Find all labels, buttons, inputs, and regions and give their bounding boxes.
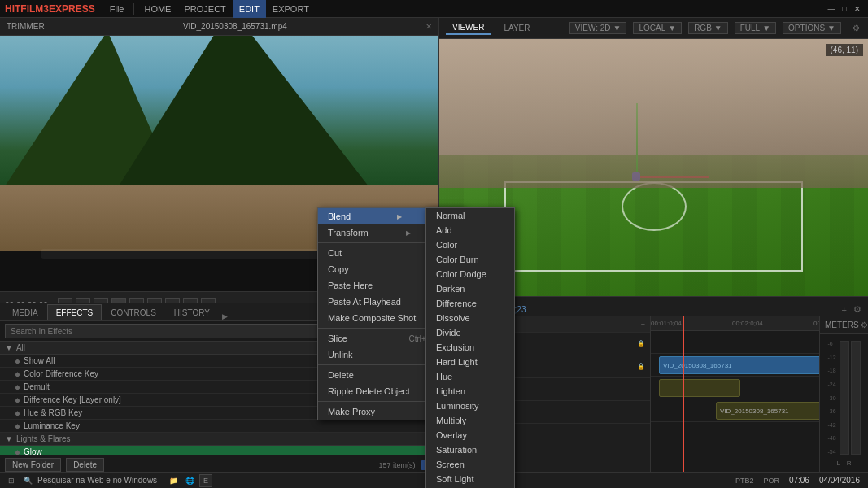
ctx-transform-label: Transform — [328, 228, 369, 237]
effect-glow[interactable]: ◆ Glow — [0, 446, 438, 455]
maximize-button[interactable]: □ — [839, 3, 850, 15]
menu-edit[interactable]: EDIT — [233, 0, 266, 18]
blend-saturation[interactable]: Saturation — [426, 442, 514, 457]
app-icon-1[interactable]: E — [199, 474, 212, 487]
add-track-btn[interactable]: + — [641, 320, 645, 329]
audio2-clip[interactable]: VID_20150308_165731 — [716, 402, 819, 420]
meter-label-top: -6 — [827, 341, 835, 346]
meter-left — [840, 341, 849, 455]
menu-home[interactable]: HOME — [137, 0, 177, 18]
close-button[interactable]: ✕ — [852, 3, 863, 15]
blend-hard-light[interactable]: Hard Light — [426, 355, 514, 369]
blend-lighten[interactable]: Lighten — [426, 384, 514, 399]
ctx-cut-label: Cut — [328, 248, 342, 258]
editor-settings-icon[interactable]: ⚙ — [853, 304, 861, 315]
view-2d-control[interactable]: VIEW: 2D ▼ — [569, 22, 627, 34]
viewer-tab-viewer[interactable]: VIEWER — [446, 21, 491, 35]
start-icon[interactable]: ⊞ — [5, 474, 18, 487]
menu-file[interactable]: File — [103, 0, 131, 18]
blend-color-dodge[interactable]: Color Dodge — [426, 267, 514, 281]
timeline-area[interactable]: 00:01:0;04 00:02:0;04 00:03:0;06 00:04:0… — [651, 316, 819, 472]
category-arrow: ▼ — [5, 343, 13, 352]
local-chevron: ▼ — [668, 24, 676, 33]
new-folder-btn[interactable]: New Folder — [5, 458, 61, 472]
menu-export[interactable]: EXPORT — [266, 0, 316, 18]
options-control[interactable]: OPTIONS ▼ — [783, 22, 841, 34]
blend-divide[interactable]: Divide — [426, 325, 514, 340]
tabs-more-arrow[interactable]: ▶ — [219, 312, 231, 320]
trimmer-close-icon[interactable]: ✕ — [425, 22, 432, 31]
ruler-mark-1: 00:02:0;04 — [732, 320, 763, 327]
track-add-controls: + — [641, 320, 645, 329]
ctx-proxy-label: Make Proxy — [328, 407, 375, 416]
delete-btn[interactable]: Delete — [66, 458, 104, 472]
blend-darken[interactable]: Darken — [426, 281, 514, 296]
item-icon: ◆ — [15, 422, 20, 430]
blend-color[interactable]: Color — [426, 237, 514, 252]
track1-lock-icon[interactable]: 🔒 — [637, 363, 645, 370]
file-explorer-icon[interactable]: 📁 — [167, 474, 180, 487]
blend-add[interactable]: Add — [426, 223, 514, 237]
ctx-transform-arrow: ▶ — [406, 229, 411, 237]
meter-scale: -6 -12 -18 -24 -30 -36 -42 -48 -54 — [827, 341, 835, 455]
viewer-timecode-overlay: (46, 11) — [826, 44, 863, 56]
category-arrow: ▼ — [5, 434, 13, 443]
timeline-ruler: 00:01:0;04 00:02:0;04 00:03:0;06 00:04:0… — [651, 316, 819, 331]
effect-luminance[interactable]: ◆ Luminance Key — [0, 420, 438, 433]
editor-add-icon[interactable]: + — [842, 305, 847, 315]
item-icon: ◆ — [15, 383, 20, 391]
blend-hue[interactable]: Hue — [426, 369, 514, 384]
rgb-control[interactable]: RGB ▼ — [688, 22, 728, 34]
view-chevron: ▼ — [613, 24, 622, 33]
meter-label-4: -24 — [827, 381, 835, 387]
item-icon: ◆ — [15, 370, 20, 378]
blend-soft-light[interactable]: Soft Light — [426, 472, 514, 486]
viewer-settings-icon[interactable]: ⚙ — [851, 24, 861, 33]
menu-project[interactable]: PROJECT — [177, 0, 232, 18]
blend-color-burn[interactable]: Color Burn — [426, 252, 514, 267]
blend-dissolve[interactable]: Dissolve — [426, 311, 514, 325]
item-label: Show All — [24, 356, 55, 365]
taskbar-search-text: Pesquisar na Web e no Windows — [37, 476, 157, 485]
item-icon: ◆ — [15, 357, 20, 365]
tab-controls[interactable]: CONTROLS — [102, 304, 165, 320]
timeline-track-video1: VID_20150308_165731 — [651, 354, 819, 377]
blend-difference[interactable]: Difference — [426, 296, 514, 311]
blend-screen[interactable]: Screen — [426, 457, 514, 472]
blend-normal[interactable]: Normal — [426, 208, 514, 223]
meter-label-7: -42 — [827, 422, 835, 428]
blend-exclusion[interactable]: Exclusion — [426, 340, 514, 355]
local-control[interactable]: LOCAL ▼ — [633, 22, 682, 34]
tab-effects[interactable]: EFFECTS — [47, 304, 103, 320]
meter-ch-r: R — [847, 460, 852, 467]
track1-controls: 🔒 — [637, 363, 645, 370]
audio1-clip[interactable] — [659, 379, 740, 397]
item-count: 157 item(s) — [378, 461, 415, 469]
meters-content: -6 -12 -18 -24 -30 -36 -42 -48 -54 — [820, 334, 868, 472]
viewer-tab-layer[interactable]: LAYER — [497, 22, 536, 34]
blend-luminosity[interactable]: Luminosity — [426, 399, 514, 413]
options-chevron: ▼ — [827, 24, 835, 33]
ctx-ripple-label: Ripple Delete Object — [328, 386, 410, 396]
taskbar-date: 04/04/2016 — [816, 476, 863, 485]
browser-icon[interactable]: 🌐 — [183, 474, 196, 487]
meter-label-9: -54 — [827, 449, 835, 455]
ctx-copy-label: Copy — [328, 264, 349, 274]
meter-label-3: -18 — [827, 368, 835, 373]
full-control[interactable]: FULL ▼ — [735, 22, 776, 34]
track2-lock-icon[interactable]: 🔒 — [637, 340, 645, 347]
blend-multiply[interactable]: Multiply — [426, 413, 514, 428]
meters-header: METERS ⚙ — [820, 316, 868, 334]
item-label: Hue & RGB Key — [24, 408, 82, 417]
meters-settings-icon[interactable]: ⚙ — [859, 320, 868, 329]
minimize-button[interactable]: — — [826, 3, 837, 15]
ctx-paste-here-label: Paste Here — [328, 281, 373, 290]
tab-history[interactable]: HISTORY — [165, 304, 219, 320]
timeline-track-video2 — [651, 331, 819, 354]
audio2-clip-label: VID_20150308_165731 — [720, 407, 789, 415]
search-icon[interactable]: 🔍 — [21, 474, 34, 487]
blend-overlay[interactable]: Overlay — [426, 428, 514, 442]
category-lights[interactable]: ▼ Lights & Flares — [0, 433, 438, 446]
tab-media[interactable]: MEDIA — [3, 304, 47, 320]
timeline-track-audio1 — [651, 377, 819, 399]
